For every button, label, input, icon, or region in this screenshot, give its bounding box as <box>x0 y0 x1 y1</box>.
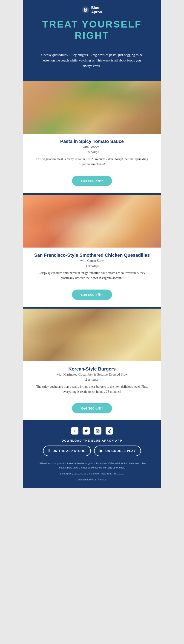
social-icons <box>32 427 152 434</box>
svg-point-3 <box>99 430 99 430</box>
pinterest-icon[interactable] <box>106 427 113 434</box>
logo-text: Blue Apron <box>91 6 102 14</box>
meal-section-burger: Korean-Style Burgers with Marinated Cucu… <box>23 308 161 420</box>
meal-servings-pasta: - 2 servings - <box>32 150 152 154</box>
meal-description-pasta: This vegetarian meal is ready to eat in … <box>32 157 152 167</box>
meal-subtitle-burger: with Marinated Cucumber & Sesame-Dressed… <box>32 372 152 376</box>
meal-subtitle-pasta: with Broccoli <box>32 145 152 149</box>
footer-legal: *$20 off each of your first three delive… <box>32 462 152 470</box>
meal-image-pasta <box>23 81 161 134</box>
meal-description-burger: The spicy gochujang mayo really brings t… <box>32 384 152 394</box>
intro-text: Cheesy quesadillas. Juicy burgers. A big… <box>35 48 149 74</box>
meal-info-pasta: Pasta in Spicy Tomato Sauce with Broccol… <box>23 134 161 174</box>
header: Blue Apron TREAT YOURSELF RIGHT <box>23 0 161 48</box>
logo: Blue Apron <box>32 6 152 14</box>
pasta-button-container: Get $60 off!* <box>23 174 161 186</box>
google-play-button[interactable]: ▶ ON GOOGLE PLAY <box>94 446 141 456</box>
app-store-label: ON THE APP STORE <box>52 449 85 453</box>
main-content: Cheesy quesadillas. Juicy burgers. A big… <box>23 48 161 81</box>
meal-info-quesadilla: San Francisco-Style Smothered Chicken Qu… <box>23 248 161 288</box>
meal-section-quesadilla: San Francisco-Style Smothered Chicken Qu… <box>23 195 161 307</box>
meal-image-quesadilla <box>23 195 161 248</box>
footer: DOWNLOAD THE BLUE APRON APP  ON THE APP… <box>23 420 161 488</box>
meal-title-burger: Korean-Style Burgers <box>32 366 152 372</box>
facebook-icon[interactable] <box>71 427 78 434</box>
quesadilla-cta-button[interactable]: Get $60 off!* <box>72 290 112 300</box>
meal-title-quesadilla: San Francisco-Style Smothered Chicken Qu… <box>32 252 152 258</box>
divider-1 <box>23 193 161 195</box>
meal-image-burger <box>23 308 161 361</box>
meal-title-pasta: Pasta in Spicy Tomato Sauce <box>32 139 152 144</box>
unsubscribe-link[interactable]: Unsubscribe From This List <box>77 478 107 481</box>
app-store-button[interactable]:  ON THE APP STORE <box>43 446 91 456</box>
google-play-label: ON GOOGLE PLAY <box>105 449 135 453</box>
pasta-cta-button[interactable]: Get $60 off!* <box>72 176 112 186</box>
play-icon: ▶ <box>100 448 103 453</box>
divider-2 <box>23 307 161 308</box>
meal-servings-burger: - 2 servings - <box>32 378 152 382</box>
meal-servings-quesadilla: - 4 servings - <box>32 264 152 268</box>
burger-button-container: Get $60 off!* <box>23 401 161 414</box>
quesadilla-button-container: Get $60 off!* <box>23 288 161 300</box>
logo-icon <box>82 6 89 14</box>
hero-title: TREAT YOURSELF RIGHT <box>32 19 152 41</box>
footer-address: Blue Apron, LLC., 40 W 23rd Street, New … <box>32 472 152 475</box>
app-buttons:  ON THE APP STORE ▶ ON GOOGLE PLAY <box>32 446 152 456</box>
download-label: DOWNLOAD THE BLUE APRON APP <box>32 439 152 442</box>
meal-info-burger: Korean-Style Burgers with Marinated Cucu… <box>23 361 161 402</box>
meal-section-pasta: Pasta in Spicy Tomato Sauce with Broccol… <box>23 81 161 193</box>
meal-description-quesadilla: Crispy quesadillas smothered in tangy to… <box>32 270 152 281</box>
email-container: Blue Apron TREAT YOURSELF RIGHT Cheesy q… <box>23 0 161 488</box>
svg-point-2 <box>97 430 99 432</box>
apple-icon:  <box>49 448 50 453</box>
burger-cta-button[interactable]: Get $60 off!* <box>72 403 112 414</box>
meal-subtitle-quesadilla: with Carrot Slaw <box>32 259 152 263</box>
twitter-icon[interactable] <box>82 427 90 434</box>
instagram-icon[interactable] <box>94 427 102 434</box>
